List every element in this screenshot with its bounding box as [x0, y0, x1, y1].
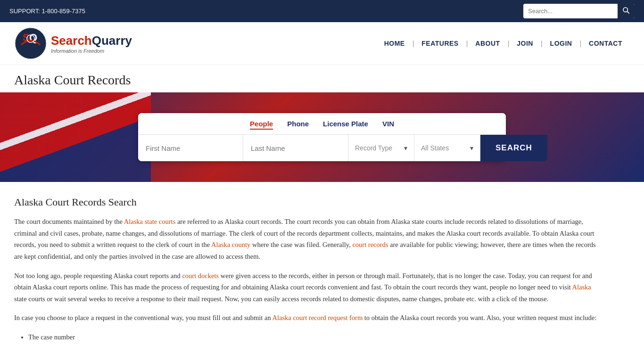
top-search-input[interactable] [523, 5, 618, 17]
all-states-select[interactable]: All States [421, 144, 473, 152]
page-title: Alaska Court Records [14, 73, 630, 88]
top-search-button[interactable] [618, 4, 635, 18]
list-item-1: The case number [28, 331, 599, 343]
nav-about[interactable]: ABOUT [468, 40, 507, 47]
search-inputs: Record Type ▾ All States ▾ SEARCH [138, 134, 506, 161]
main-nav: HOME | FEATURES | ABOUT | JOIN | LOGIN |… [377, 40, 630, 47]
logo[interactable]: S Q SearchQuarry Information is Freedom [14, 27, 132, 60]
top-bar: SUPPORT: 1-800-859-7375 [0, 0, 644, 22]
section-title: Alaska Court Records Search [14, 196, 599, 208]
search-tabs: People Phone License Plate VIN [138, 113, 506, 134]
paragraph-2: Not too long ago, people requesting Alas… [14, 270, 599, 305]
page-title-bar: Alaska Court Records [0, 65, 644, 92]
link-court-records[interactable]: court records [352, 241, 388, 248]
link-alaska-court-record-form[interactable]: Alaska court record request form [272, 314, 363, 321]
last-name-input[interactable] [243, 135, 348, 161]
logo-tagline: Information is Freedom [51, 48, 132, 54]
svg-point-0 [623, 8, 627, 12]
site-header: S Q SearchQuarry Information is Freedom … [0, 22, 644, 65]
link-alaska[interactable]: Alaska [572, 283, 591, 291]
search-button[interactable]: SEARCH [480, 135, 547, 161]
record-type-select[interactable]: Record Type [355, 144, 407, 152]
logo-brand: SearchQuarry [51, 33, 132, 48]
nav-join[interactable]: JOIN [509, 40, 541, 47]
link-alaska-county[interactable]: Alaska county [211, 241, 250, 248]
svg-line-1 [627, 11, 629, 13]
search-widget: People Phone License Plate VIN Record Ty… [138, 113, 506, 161]
logo-text: SearchQuarry Information is Freedom [51, 33, 132, 54]
record-type-dropdown[interactable]: Record Type ▾ [348, 135, 414, 161]
nav-login[interactable]: LOGIN [543, 40, 580, 47]
main-content: Alaska Court Records Search The court do… [0, 182, 613, 357]
tab-people[interactable]: People [250, 120, 273, 130]
nav-contact[interactable]: CONTACT [581, 40, 630, 47]
tab-license-plate[interactable]: License Plate [323, 120, 368, 130]
all-states-dropdown[interactable]: All States ▾ [414, 135, 480, 161]
link-court-dockets[interactable]: court dockets [182, 272, 219, 280]
tab-phone[interactable]: Phone [287, 120, 309, 130]
support-text: SUPPORT: 1-800-859-7375 [9, 8, 85, 15]
logo-icon: S Q [14, 27, 47, 60]
paragraph-1: The court documents maintained by the Al… [14, 216, 599, 263]
tab-vin[interactable]: VIN [382, 120, 394, 130]
nav-home[interactable]: HOME [377, 40, 413, 47]
paragraph-3: In case you choose to place a request in… [14, 312, 599, 324]
link-alaska-state-courts[interactable]: Alaska state courts [124, 218, 176, 225]
hero-banner: People Phone License Plate VIN Record Ty… [0, 92, 644, 182]
flag-overlay [0, 92, 151, 182]
top-search-form[interactable] [523, 4, 635, 18]
requirements-list: The case number [28, 331, 599, 343]
nav-features[interactable]: FEATURES [414, 40, 466, 47]
first-name-input[interactable] [138, 135, 243, 161]
